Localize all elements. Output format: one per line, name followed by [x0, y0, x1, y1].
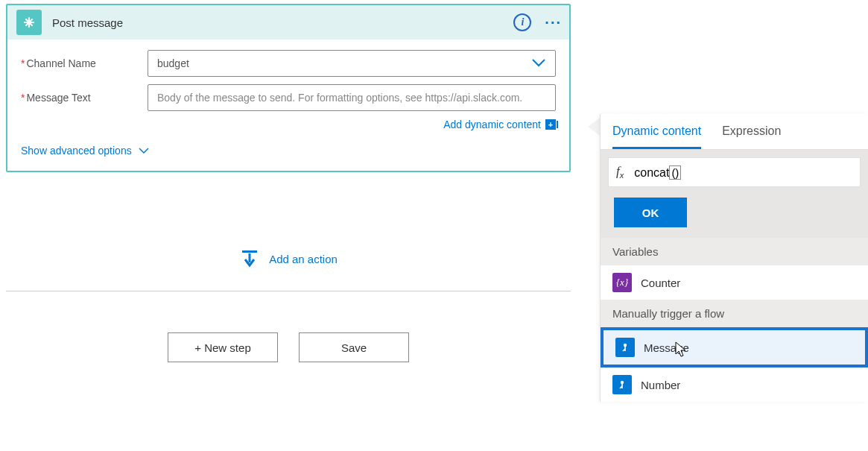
show-advanced-row: Show advanced options: [21, 144, 556, 157]
save-button[interactable]: Save: [299, 332, 409, 362]
show-advanced-options-link[interactable]: Show advanced options: [21, 145, 150, 157]
message-text-label: *Message Text: [21, 92, 148, 104]
dynamic-item-counter[interactable]: {x} Counter: [601, 265, 868, 300]
post-message-card: Post message i ··· *Channel Name budget …: [6, 4, 571, 172]
new-step-button[interactable]: + New step: [168, 332, 278, 362]
message-text-row: *Message Text: [21, 84, 556, 111]
chevron-down-icon: [531, 57, 546, 69]
section-trigger: Manually trigger a flow: [601, 300, 868, 327]
info-icon[interactable]: i: [513, 13, 531, 31]
variable-icon: {x}: [612, 273, 632, 292]
card-body: *Channel Name budget *Message Text Add d…: [7, 40, 569, 171]
panel-tabs: Dynamic content Expression: [601, 114, 868, 150]
add-dynamic-content-icon: +: [545, 119, 556, 130]
svg-rect-0: [242, 250, 257, 253]
tab-dynamic-content[interactable]: Dynamic content: [612, 124, 701, 149]
svg-point-1: [624, 344, 627, 347]
formula-input-row[interactable]: fx concat(): [608, 157, 861, 187]
formula-text: concat(): [634, 165, 681, 180]
channel-name-label: *Channel Name: [21, 57, 148, 69]
ok-button[interactable]: OK: [614, 198, 687, 227]
add-dynamic-content-row: Add dynamic content +: [21, 119, 556, 130]
channel-name-value: budget: [157, 57, 189, 69]
dynamic-item-number[interactable]: Number: [601, 368, 868, 402]
message-text-input[interactable]: [157, 85, 546, 110]
add-action-link[interactable]: Add an action: [239, 249, 338, 268]
footer-buttons: + New step Save: [6, 332, 571, 362]
input-icon: [615, 338, 635, 357]
formula-caret: (): [669, 165, 681, 180]
callout-pointer: [588, 118, 600, 136]
add-action-icon: [239, 249, 260, 268]
channel-name-row: *Channel Name budget: [21, 50, 556, 77]
message-text-input-wrapper[interactable]: [148, 84, 556, 111]
section-variables: Variables: [601, 238, 868, 265]
tab-expression[interactable]: Expression: [722, 124, 781, 149]
dynamic-item-message[interactable]: Message: [601, 327, 868, 368]
channel-name-select[interactable]: budget: [148, 50, 556, 77]
add-dynamic-content-link[interactable]: Add dynamic content +: [443, 119, 556, 130]
more-menu-icon[interactable]: ···: [545, 14, 562, 31]
card-title: Post message: [52, 16, 123, 29]
chevron-down-icon: [138, 145, 150, 157]
svg-point-2: [621, 381, 624, 384]
fx-icon: fx: [616, 164, 624, 180]
expression-area: fx concat() OK: [601, 150, 868, 238]
add-action-row: Add an action: [6, 236, 571, 291]
dynamic-content-panel: Dynamic content Expression fx concat() O…: [600, 114, 868, 402]
card-header[interactable]: Post message i ···: [7, 5, 569, 40]
input-icon: [612, 375, 632, 394]
slack-icon: [16, 10, 42, 35]
